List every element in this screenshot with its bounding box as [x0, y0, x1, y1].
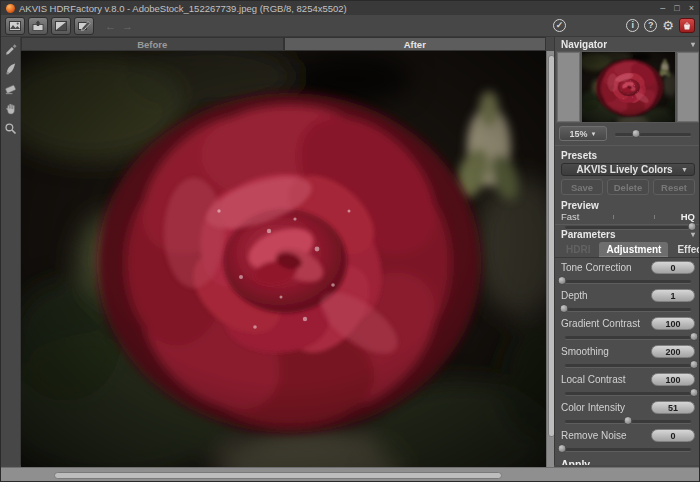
buy-akvis-button[interactable]: [679, 18, 695, 33]
gradient-contrast-slider[interactable]: [561, 332, 695, 342]
slider-label: Smoothing: [561, 346, 609, 357]
slider-value-field[interactable]: 51: [651, 401, 695, 414]
tone-correction-slider[interactable]: [561, 276, 695, 286]
info-button[interactable]: i: [626, 19, 639, 32]
preview-header: Preview: [555, 198, 700, 211]
parameters-tabs: HDRI Adjustment Effects: [555, 241, 700, 258]
eraser-tool-button[interactable]: [3, 80, 19, 96]
reset-preset-button[interactable]: Reset: [653, 179, 695, 195]
presets-dropdown[interactable]: AKVIS Lively Colors ▼: [561, 163, 695, 176]
app-logo-icon: [6, 4, 15, 13]
undo-icon[interactable]: ←: [105, 20, 116, 32]
slider-handle[interactable]: [558, 444, 567, 453]
navigator-title: Navigator: [561, 39, 607, 50]
view-tabs: Before After: [21, 37, 546, 51]
save-image-button[interactable]: [28, 17, 48, 35]
hand-tool-button[interactable]: [3, 100, 19, 116]
zoom-level-dropdown[interactable]: 15% ▼: [559, 126, 607, 141]
slider-row-tone-correction: Tone Correction 0: [555, 260, 700, 286]
slider-handle[interactable]: [689, 388, 698, 397]
info-icon: i: [632, 21, 635, 30]
slider-label: Gradient Contrast: [561, 318, 640, 329]
help-button[interactable]: ?: [644, 19, 657, 32]
smudge-tool-button[interactable]: [3, 60, 19, 76]
navigator-collapse-icon[interactable]: ▾: [691, 40, 695, 49]
titlebar: AKVIS HDRFactory v.8.0 - AdobeStock_1522…: [1, 1, 699, 15]
slider-row-remove-noise: Remove Noise 0: [555, 428, 700, 454]
open-image-button[interactable]: [5, 17, 25, 35]
redo-icon[interactable]: →: [122, 20, 133, 32]
maximize-button[interactable]: □: [674, 1, 679, 15]
apply-hint-block: Apply The button applies the result to t…: [555, 454, 700, 465]
slider-label: Color Intensity: [561, 402, 625, 413]
navigator-margin-left: [557, 52, 580, 122]
navigator-thumbnail[interactable]: [582, 52, 675, 122]
process-check-button[interactable]: ✓: [553, 19, 566, 32]
remove-noise-slider[interactable]: [561, 444, 695, 454]
compare-view-button[interactable]: [51, 17, 71, 35]
marker-tool-button[interactable]: [3, 40, 19, 56]
slider-value-field[interactable]: 0: [651, 261, 695, 274]
minimize-button[interactable]: –: [660, 1, 665, 15]
horizontal-scrollbar-thumb[interactable]: [54, 472, 502, 479]
tab-adjustment[interactable]: Adjustment: [599, 242, 668, 257]
slider-row-depth: Depth 1: [555, 288, 700, 314]
split-view-icon: [55, 21, 67, 31]
close-button[interactable]: ×: [689, 1, 694, 15]
slider-handle[interactable]: [558, 276, 567, 285]
zoom-dropdown-arrow-icon: ▼: [591, 131, 597, 137]
slider-value-field[interactable]: 200: [651, 345, 695, 358]
tab-before[interactable]: Before: [21, 37, 284, 51]
slider-handle[interactable]: [689, 332, 698, 341]
color-intensity-slider[interactable]: [561, 416, 695, 426]
tab-effects[interactable]: Effects: [670, 242, 700, 257]
preview-tick: [654, 215, 655, 219]
depth-slider[interactable]: [561, 304, 695, 314]
parameters-header: Parameters ▾: [555, 227, 700, 241]
tab-hdri[interactable]: HDRI: [559, 242, 597, 257]
zoom-slider[interactable]: [611, 129, 695, 139]
share-image-button[interactable]: [74, 17, 94, 35]
slider-label: Local Contrast: [561, 374, 625, 385]
zoom-slider-handle[interactable]: [632, 129, 641, 138]
image-canvas[interactable]: [21, 51, 546, 467]
hq-label: HQ: [681, 211, 695, 222]
smudge-icon: [4, 62, 17, 75]
settings-panel: Navigator ▾ 15% ▼ Presets AKVIS Lively C…: [554, 37, 700, 465]
help-icon: ?: [648, 21, 654, 30]
fast-label: Fast: [561, 211, 579, 222]
zoom-slider-rail: [615, 133, 691, 136]
slider-handle[interactable]: [689, 360, 698, 369]
photo-icon: [9, 21, 21, 31]
magnifier-icon: [4, 122, 17, 135]
gear-icon: ⚙: [662, 18, 674, 33]
preview-slider-rail: [565, 226, 691, 229]
settings-button[interactable]: ⚙: [662, 19, 674, 32]
apply-title: Apply: [561, 458, 695, 465]
slider-label: Remove Noise: [561, 430, 627, 441]
parameters-collapse-icon[interactable]: ▾: [691, 230, 695, 239]
slider-value-field[interactable]: 100: [651, 317, 695, 330]
tools-sidebar: [1, 37, 21, 465]
vertical-scrollbar[interactable]: [546, 51, 554, 467]
eraser-icon: [4, 82, 17, 95]
preset-dropdown-arrow-icon: ▼: [681, 166, 688, 173]
zoom-tool-button[interactable]: [3, 120, 19, 136]
local-contrast-slider[interactable]: [561, 388, 695, 398]
slider-value-field[interactable]: 0: [651, 429, 695, 442]
preview-quality-labels: Fast HQ: [555, 211, 700, 222]
delete-preset-button[interactable]: Delete: [607, 179, 649, 195]
main-toolbar: ← → ✓ i ? ⚙: [1, 15, 699, 37]
tab-after[interactable]: After: [284, 37, 547, 51]
navigator-preview[interactable]: [556, 51, 700, 123]
save-icon: [32, 20, 44, 31]
slider-value-field[interactable]: 100: [651, 373, 695, 386]
slider-label: Tone Correction: [561, 262, 632, 273]
slider-value-field[interactable]: 1: [651, 289, 695, 302]
smoothing-slider[interactable]: [561, 360, 695, 370]
slider-handle[interactable]: [559, 304, 568, 313]
pencil-share-icon: [78, 20, 91, 31]
save-preset-button[interactable]: Save: [561, 179, 603, 195]
preview-slider-handle[interactable]: [688, 222, 697, 231]
slider-handle[interactable]: [624, 416, 633, 425]
